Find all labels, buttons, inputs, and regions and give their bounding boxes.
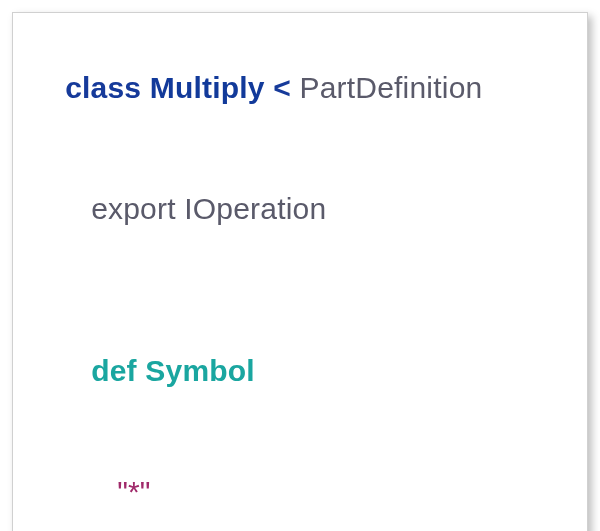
code-line-export: export IOperation (31, 149, 569, 271)
keyword-class: class (65, 71, 141, 104)
code-panel: class Multiply < PartDefinition export I… (12, 12, 588, 531)
blank-line (31, 270, 569, 310)
string-literal: "*" (117, 475, 151, 508)
code-line-def-symbol: def Symbol (31, 310, 569, 432)
export-name: IOperation (184, 192, 326, 225)
less-than-sign: < (273, 71, 291, 104)
class-name: Multiply (150, 71, 265, 104)
keyword-export: export (91, 192, 176, 225)
method-name-symbol: Symbol (145, 354, 255, 387)
code-line-class: class Multiply < PartDefinition (31, 27, 569, 149)
code-line-symbol-literal: "*" (31, 432, 569, 532)
superclass-name: PartDefinition (300, 71, 483, 104)
keyword-def: def (91, 354, 137, 387)
